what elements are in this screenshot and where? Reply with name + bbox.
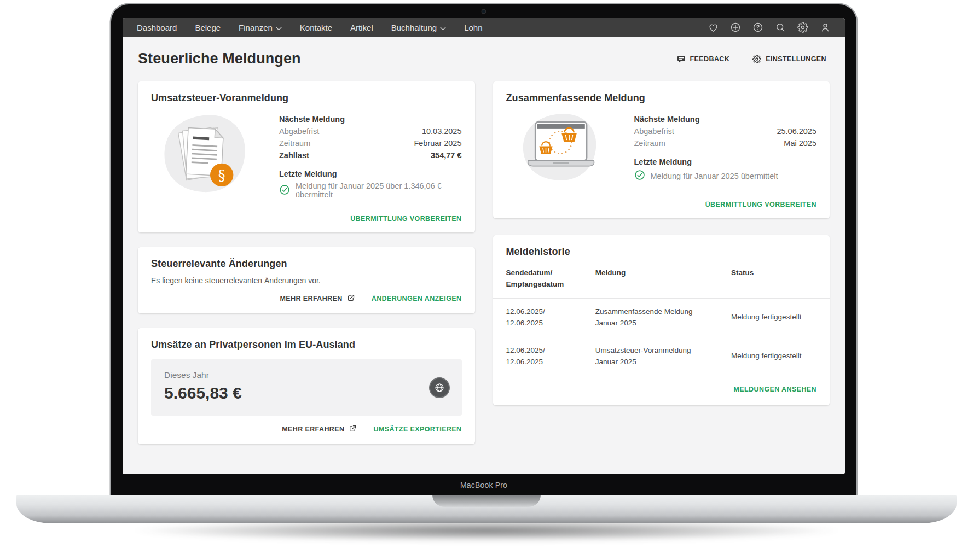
section-label: Nächste Meldung <box>279 115 462 124</box>
card-eu-umsaetze: Umsätze an Privatpersonen im EU-Ausland … <box>138 328 475 444</box>
cell-report: Umsatzsteuer-Voranmeldung Januar 2025 <box>595 345 726 368</box>
cell-date: 12.06.2025/ 12.06.2025 <box>506 345 590 368</box>
card-zusammenfassende-meldung: Zusammenfassende Meldung <box>493 81 830 218</box>
help-circle-icon[interactable] <box>752 22 763 33</box>
card-actions: MELDUNGEN ANSEHEN <box>493 376 830 395</box>
laptop-screen-frame: Dashboard Belege Finanzen Kontakte Artik… <box>111 4 856 495</box>
column-header-date: Sendedatum/ Empfangsdatum <box>506 267 590 290</box>
detail-row: Abgabefrist25.06.2025 <box>634 125 817 137</box>
check-circle-icon <box>279 184 290 197</box>
card-umsatzsteuer-voranmeldung: Umsatzsteuer-Voranmeldung <box>138 81 475 232</box>
column-header-status: Status <box>731 267 827 290</box>
gear-icon[interactable] <box>797 22 808 33</box>
learn-more-link[interactable]: MEHR ERFAHREN <box>282 424 357 434</box>
detail-row: ZeitraumMai 2025 <box>634 137 817 149</box>
external-link-icon <box>349 424 357 434</box>
user-icon[interactable] <box>820 22 831 33</box>
link-label: MEHR ERFAHREN <box>282 425 344 433</box>
detail-label: Abgabefrist <box>279 125 319 137</box>
nav-menu: Dashboard Belege Finanzen Kontakte Artik… <box>137 23 483 32</box>
nav-item-dashboard[interactable]: Dashboard <box>137 23 177 32</box>
status-text: Meldung für Januar 2025 übermittelt <box>651 172 778 180</box>
speech-bubble-icon <box>677 55 686 63</box>
report-details: Nächste Meldung Abgabefrist25.06.2025 Ze… <box>634 112 817 183</box>
status-line: Meldung für Januar 2025 übermittelt <box>634 170 817 182</box>
header-actions: FEEDBACK EINSTELLUNGEN <box>674 54 830 64</box>
check-circle-icon <box>634 170 645 182</box>
history-table: Sendedatum/ Empfangsdatum Meldung Status… <box>493 267 830 376</box>
detail-label: Zeitraum <box>634 137 665 149</box>
nav-label: Belege <box>195 23 221 32</box>
section-label: Letzte Meldung <box>634 158 817 166</box>
page-content: Steuerliche Meldungen FEEDBACK EINSTELLU… <box>123 37 845 444</box>
show-changes-link[interactable]: ÄNDERUNGEN ANZEIGEN <box>372 295 462 302</box>
amount-value: 5.665,83 € <box>164 384 449 402</box>
heart-icon[interactable] <box>708 22 719 33</box>
gear-icon <box>752 55 761 63</box>
detail-label: Zahllast <box>279 149 309 161</box>
top-navigation: Dashboard Belege Finanzen Kontakte Artik… <box>123 18 845 37</box>
feedback-button[interactable]: FEEDBACK <box>674 54 733 64</box>
nav-label: Finanzen <box>239 23 273 32</box>
cell-report: Zusammenfassende Meldung Januar 2025 <box>595 306 726 329</box>
nav-item-artikel[interactable]: Artikel <box>350 23 373 32</box>
external-link-icon <box>347 294 355 304</box>
chevron-down-icon <box>440 23 446 32</box>
card-actions: MEHR ERFAHREN ÄNDERUNGEN ANZEIGEN <box>151 285 462 304</box>
amount-panel: Dieses Jahr 5.665,83 € <box>151 359 462 416</box>
app-window: Dashboard Belege Finanzen Kontakte Artik… <box>123 18 845 474</box>
nav-label: Dashboard <box>137 23 177 32</box>
nav-item-belege[interactable]: Belege <box>195 23 221 32</box>
card-actions: MEHR ERFAHREN UMSÄTZE EXPORTIEREN <box>151 416 462 434</box>
nav-item-buchhaltung[interactable]: Buchhaltung <box>391 23 446 32</box>
nav-item-lohn[interactable]: Lohn <box>464 23 482 32</box>
nav-item-kontakte[interactable]: Kontakte <box>300 23 332 32</box>
prepare-submission-link[interactable]: ÜBERMITTLUNG VORBEREITEN <box>705 201 816 208</box>
macbook-mockup: Dashboard Belege Finanzen Kontakte Artik… <box>0 0 973 560</box>
laptop-baskets-illustration <box>506 112 613 183</box>
learn-more-link[interactable]: MEHR ERFAHREN <box>280 294 355 304</box>
detail-value: 10.03.2025 <box>422 125 462 137</box>
nav-item-finanzen[interactable]: Finanzen <box>239 23 282 32</box>
webcam-dot <box>482 10 485 13</box>
detail-value: Mai 2025 <box>784 137 816 149</box>
section-label: Nächste Meldung <box>634 115 817 124</box>
table-header-row: Sendedatum/ Empfangsdatum Meldung Status <box>493 267 830 298</box>
add-circle-icon[interactable] <box>730 22 741 33</box>
period-label: Dieses Jahr <box>164 370 449 380</box>
detail-label: Zeitraum <box>279 137 310 149</box>
detail-value: 354,77 € <box>431 149 461 161</box>
detail-value: 25.06.2025 <box>777 125 816 137</box>
card-title: Meldehistorie <box>506 246 817 258</box>
detail-row: Zahllast354,77 € <box>279 149 462 161</box>
search-icon[interactable] <box>775 22 786 33</box>
page-title: Steuerliche Meldungen <box>138 50 301 67</box>
card-title: Steuerrelevante Änderungen <box>151 258 462 270</box>
table-row: 12.06.2025/ 12.06.2025 Zusammenfassende … <box>493 298 830 337</box>
cell-status: Meldung fertiggestellt <box>731 351 827 362</box>
card-actions: ÜBERMITTLUNG VORBEREITEN <box>506 192 817 208</box>
export-sales-link[interactable]: UMSÄTZE EXPORTIEREN <box>373 425 461 433</box>
settings-button[interactable]: EINSTELLUNGEN <box>749 54 830 64</box>
left-column: Umsatzsteuer-Voranmeldung <box>138 81 475 444</box>
status-text: Meldung für Januar 2025 über 1.346,06 € … <box>296 182 462 199</box>
card-title: Zusammenfassende Meldung <box>506 92 817 104</box>
card-steuerrelevante-aenderungen: Steuerrelevante Änderungen Es liegen kei… <box>138 247 475 313</box>
cell-date: 12.06.2025/ 12.06.2025 <box>506 306 590 329</box>
chevron-down-icon <box>276 23 282 32</box>
page-header: Steuerliche Meldungen FEEDBACK EINSTELLU… <box>138 50 830 67</box>
link-label: MEHR ERFAHREN <box>280 295 342 302</box>
card-body: § Nächste Meldung Abgabefrist10.03.2025 … <box>151 112 462 199</box>
view-reports-link[interactable]: MELDUNGEN ANSEHEN <box>734 386 816 393</box>
status-line: Meldung für Januar 2025 über 1.346,06 € … <box>279 182 462 199</box>
detail-label: Abgabefrist <box>634 125 674 137</box>
cell-status: Meldung fertiggestellt <box>731 312 827 323</box>
card-body: Nächste Meldung Abgabefrist25.06.2025 Ze… <box>506 112 817 183</box>
feedback-label: FEEDBACK <box>690 55 730 63</box>
prepare-submission-link[interactable]: ÜBERMITTLUNG VORBEREITEN <box>350 215 461 223</box>
table-row: 12.06.2025/ 12.06.2025 Umsatzsteuer-Vora… <box>493 337 830 376</box>
paragraph-symbol: § <box>218 167 225 183</box>
globe-icon[interactable] <box>429 377 450 398</box>
detail-value: Februar 2025 <box>414 137 461 149</box>
documents-paragraph-illustration: § <box>151 112 258 199</box>
